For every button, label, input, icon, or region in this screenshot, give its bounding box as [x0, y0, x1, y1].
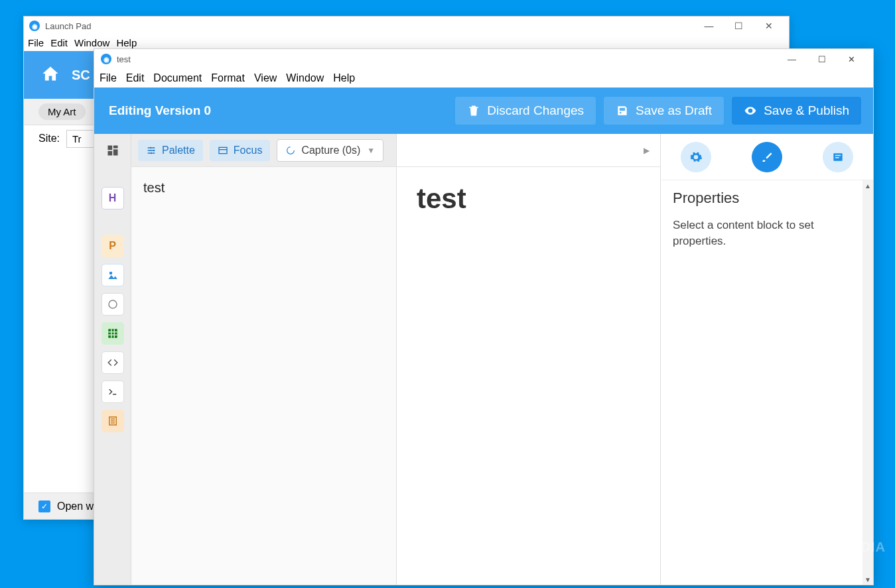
svg-point-16 — [153, 149, 155, 151]
menu-view[interactable]: View — [254, 72, 277, 84]
preview-toolbar: ▶ — [397, 134, 660, 167]
heading-tool[interactable]: H — [102, 187, 124, 209]
menu-document[interactable]: Document — [153, 72, 202, 84]
menu-file[interactable]: File — [28, 37, 44, 48]
scrollbar[interactable]: ▲ ▼ — [862, 180, 873, 585]
preview-pane: ▶ test — [397, 134, 661, 585]
site-label: Site: — [38, 133, 60, 145]
discard-label: Discard Changes — [487, 103, 584, 118]
capture-label: Capture (0s) — [301, 145, 360, 156]
circle-tool[interactable] — [102, 293, 124, 316]
header-label: SC — [72, 68, 90, 83]
image-tool[interactable] — [102, 264, 124, 286]
discard-changes-button[interactable]: Discard Changes — [455, 97, 596, 125]
svg-point-15 — [149, 147, 151, 148]
home-icon[interactable] — [41, 64, 60, 86]
palette-label: Palette — [162, 145, 195, 156]
save-publish-label: Save & Publish — [764, 103, 849, 118]
launch-pad-titlebar: ◉ Launch Pad — ☐ ✕ — [24, 17, 789, 35]
gear-icon — [689, 150, 703, 164]
table-tool[interactable] — [102, 322, 124, 345]
svg-rect-2 — [113, 149, 117, 155]
spinner-icon — [285, 145, 296, 156]
maximize-button[interactable]: ☐ — [724, 17, 754, 35]
open-label: Open w — [57, 500, 94, 512]
window-title: Launch Pad — [45, 21, 91, 31]
chevron-down-icon: ▼ — [367, 146, 375, 155]
svg-rect-1 — [113, 146, 117, 148]
open-checkbox[interactable]: ✓ — [38, 500, 50, 512]
capture-button[interactable]: Capture (0s) ▼ — [277, 139, 383, 162]
editor-body: H P — [94, 134, 873, 585]
close-button[interactable]: ✕ — [754, 17, 784, 35]
style-tab[interactable] — [752, 142, 782, 172]
tool-rail: H P — [94, 134, 131, 585]
watermark: SOFTPEDIA — [804, 540, 886, 555]
svg-point-20 — [287, 147, 295, 154]
brush-icon — [760, 150, 774, 164]
svg-point-5 — [109, 300, 117, 308]
source-text: test — [143, 180, 165, 195]
close-button[interactable]: ✕ — [837, 49, 866, 69]
editing-version-label: Editing Version 0 — [109, 103, 211, 118]
settings-tab[interactable] — [681, 142, 711, 172]
properties-heading: Properties — [673, 190, 861, 207]
minimize-button[interactable]: — — [777, 49, 807, 69]
properties-body: Properties Select a content block to set… — [661, 180, 873, 259]
properties-pane: Properties Select a content block to set… — [661, 134, 873, 585]
save-draft-label: Save as Draft — [636, 103, 712, 118]
toolbar-pill[interactable]: My Art — [38, 103, 86, 120]
source-toolbar: Palette Focus Capture (0s) ▼ — [131, 134, 396, 167]
svg-rect-22 — [835, 154, 840, 156]
menu-edit[interactable]: Edit — [126, 72, 145, 84]
action-bar: Editing Version 0 Discard Changes Save a… — [94, 88, 873, 134]
eye-icon — [744, 104, 757, 117]
trash-icon — [467, 104, 480, 117]
svg-rect-0 — [107, 146, 112, 150]
svg-rect-3 — [107, 151, 112, 156]
note-tool[interactable] — [102, 410, 124, 432]
paragraph-tool[interactable]: P — [102, 235, 124, 257]
save-and-publish-button[interactable]: Save & Publish — [732, 97, 861, 125]
editor-menubar: File Edit Document Format View Window He… — [94, 69, 873, 88]
scroll-down-icon[interactable]: ▼ — [862, 574, 873, 585]
svg-point-17 — [151, 152, 153, 154]
svg-rect-23 — [835, 157, 839, 158]
focus-label: Focus — [234, 145, 263, 156]
editor-titlebar: ◉ test — ☐ ✕ — [94, 49, 873, 69]
layout-tab[interactable] — [823, 142, 853, 172]
properties-help-text: Select a content block to set properties… — [673, 217, 861, 249]
app-icon: ◉ — [101, 54, 111, 64]
save-icon — [616, 104, 629, 117]
menu-window[interactable]: Window — [286, 72, 324, 84]
preview-heading: test — [417, 183, 640, 215]
scroll-up-icon[interactable]: ▲ — [862, 180, 873, 191]
menu-help[interactable]: Help — [116, 37, 137, 48]
maximize-button[interactable]: ☐ — [807, 49, 837, 69]
minimize-button[interactable]: — — [694, 17, 724, 35]
svg-rect-18 — [219, 147, 227, 153]
menu-help[interactable]: Help — [333, 72, 355, 84]
menu-edit[interactable]: Edit — [50, 37, 68, 48]
collapse-right-icon[interactable]: ▶ — [644, 146, 650, 155]
window-title: test — [117, 54, 131, 64]
dashboard-icon[interactable] — [102, 139, 124, 162]
menu-file[interactable]: File — [100, 72, 117, 84]
source-content[interactable]: test — [131, 167, 396, 209]
save-as-draft-button[interactable]: Save as Draft — [604, 97, 724, 125]
properties-tabs — [661, 134, 873, 180]
svg-point-4 — [109, 272, 112, 275]
card-icon — [831, 150, 845, 164]
app-icon: ◉ — [29, 21, 40, 31]
focus-button[interactable]: Focus — [210, 140, 271, 161]
layout-icon — [218, 145, 228, 156]
svg-rect-6 — [108, 329, 117, 338]
code-tool[interactable] — [102, 351, 124, 374]
editor-window: ◉ test — ☐ ✕ File Edit Document Format V… — [94, 48, 874, 585]
palette-button[interactable]: Palette — [138, 140, 203, 161]
sliders-icon — [146, 145, 157, 156]
preview-content: test — [397, 167, 660, 231]
menu-format[interactable]: Format — [211, 72, 245, 84]
terminal-tool[interactable] — [102, 381, 124, 403]
menu-window[interactable]: Window — [74, 37, 109, 48]
